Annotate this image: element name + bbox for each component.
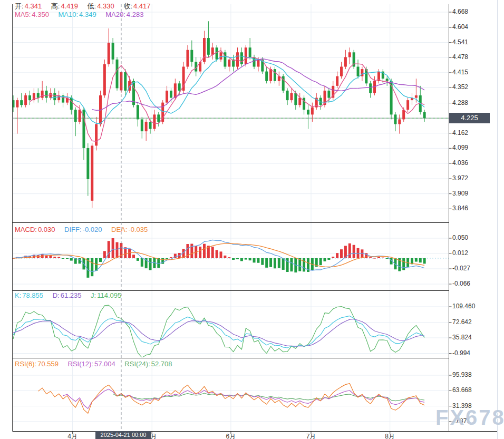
candle[interactable] bbox=[245, 47, 247, 64]
rsi6-value: 70.559 bbox=[37, 360, 59, 368]
macd-bar bbox=[265, 258, 268, 268]
candle[interactable] bbox=[257, 60, 259, 67]
macd-bar bbox=[419, 258, 422, 262]
macd-bar bbox=[132, 255, 135, 258]
dea-label: DEA: bbox=[111, 226, 127, 233]
macd-bar bbox=[382, 258, 384, 258]
candle[interactable] bbox=[423, 112, 426, 118]
macd-bar bbox=[70, 258, 73, 261]
candle[interactable] bbox=[178, 83, 181, 91]
candle[interactable] bbox=[228, 60, 230, 67]
candle[interactable] bbox=[141, 119, 143, 131]
candle[interactable] bbox=[294, 93, 297, 105]
candle[interactable] bbox=[137, 105, 139, 119]
candle[interactable] bbox=[166, 91, 168, 103]
candle[interactable] bbox=[49, 93, 52, 97]
candle[interactable] bbox=[153, 114, 156, 129]
candle[interactable] bbox=[211, 47, 214, 55]
candle[interactable] bbox=[398, 119, 401, 124]
candle[interactable] bbox=[402, 110, 405, 119]
candle[interactable] bbox=[20, 100, 23, 105]
candle[interactable] bbox=[157, 114, 160, 122]
rsi12-value: 57.004 bbox=[94, 360, 115, 368]
candle[interactable] bbox=[207, 38, 210, 55]
candle[interactable] bbox=[53, 93, 56, 100]
macd-bar bbox=[319, 258, 322, 265]
candle[interactable] bbox=[415, 95, 418, 98]
candle[interactable] bbox=[79, 110, 81, 122]
candle[interactable] bbox=[344, 57, 347, 66]
candle[interactable] bbox=[386, 79, 389, 81]
candle[interactable] bbox=[74, 110, 77, 122]
candle[interactable] bbox=[311, 108, 314, 115]
candle[interactable] bbox=[216, 47, 218, 60]
open-value: 4.341 bbox=[25, 2, 42, 10]
candle[interactable] bbox=[290, 93, 293, 100]
d-label: D: bbox=[53, 291, 60, 299]
macd-bar bbox=[149, 258, 152, 270]
macd-bar bbox=[278, 258, 280, 268]
candle[interactable] bbox=[145, 122, 148, 131]
candle[interactable] bbox=[170, 91, 172, 98]
ma20-label: MA20: bbox=[105, 11, 125, 18]
chart-canvas[interactable] bbox=[0, 0, 504, 439]
candle[interactable] bbox=[37, 93, 40, 97]
price-axis-label: 4.541 bbox=[452, 38, 468, 46]
price-axis-label: 4.036 bbox=[452, 159, 468, 167]
candle[interactable] bbox=[348, 52, 351, 57]
candle[interactable] bbox=[327, 91, 330, 98]
candle[interactable] bbox=[86, 148, 89, 179]
candle[interactable] bbox=[112, 43, 114, 60]
candle[interactable] bbox=[298, 98, 301, 105]
candle[interactable] bbox=[24, 95, 27, 105]
ma-legend: MA5:4.350 MA10:4.349 MA20:4.283 bbox=[15, 11, 144, 18]
candle[interactable] bbox=[357, 67, 360, 76]
candle[interactable] bbox=[406, 100, 409, 110]
candle[interactable] bbox=[116, 60, 119, 88]
candle[interactable] bbox=[95, 124, 98, 146]
price-axis-label: 4.478 bbox=[452, 53, 468, 61]
j-label: J: bbox=[91, 291, 96, 299]
candle[interactable] bbox=[70, 98, 73, 110]
candle[interactable] bbox=[286, 91, 289, 100]
candle[interactable] bbox=[108, 43, 110, 64]
candle[interactable] bbox=[124, 72, 127, 91]
macd-bar bbox=[124, 247, 127, 258]
candle[interactable] bbox=[149, 122, 152, 129]
candle[interactable] bbox=[240, 52, 243, 64]
macd-bar bbox=[332, 257, 334, 258]
candle[interactable] bbox=[190, 50, 193, 62]
candle[interactable] bbox=[45, 91, 48, 98]
candle[interactable] bbox=[28, 95, 31, 100]
rsi6-label: RSI(6): bbox=[15, 360, 36, 368]
candle[interactable] bbox=[174, 83, 177, 97]
macd-bar bbox=[232, 258, 235, 260]
candle[interactable] bbox=[265, 72, 268, 81]
macd-bar bbox=[353, 245, 355, 258]
price-axis-label: 4.415 bbox=[452, 69, 468, 76]
candle[interactable] bbox=[16, 100, 18, 108]
macd-bar bbox=[249, 258, 251, 260]
candle[interactable] bbox=[249, 47, 251, 57]
candle[interactable] bbox=[269, 69, 272, 81]
candle[interactable] bbox=[41, 91, 44, 98]
macd-bar bbox=[141, 258, 143, 267]
candle[interactable] bbox=[186, 50, 189, 67]
crosshair-date-badge: 2025-04-21 00:00 bbox=[95, 431, 151, 439]
diff-value: -0.020 bbox=[83, 226, 102, 233]
candle[interactable] bbox=[303, 98, 305, 110]
candle[interactable] bbox=[361, 69, 363, 76]
macd-bar bbox=[203, 244, 206, 258]
candle[interactable] bbox=[336, 76, 338, 86]
candle[interactable] bbox=[103, 64, 106, 95]
macd-bar bbox=[324, 258, 326, 261]
rsi12-line bbox=[63, 389, 425, 408]
candle[interactable] bbox=[220, 52, 222, 60]
candle[interactable] bbox=[274, 69, 276, 81]
candle[interactable] bbox=[340, 67, 343, 76]
candle[interactable] bbox=[394, 114, 396, 124]
price-axis-label: 3.909 bbox=[452, 190, 468, 197]
candle[interactable] bbox=[91, 145, 93, 200]
candle[interactable] bbox=[307, 110, 309, 114]
candle[interactable] bbox=[369, 83, 372, 93]
